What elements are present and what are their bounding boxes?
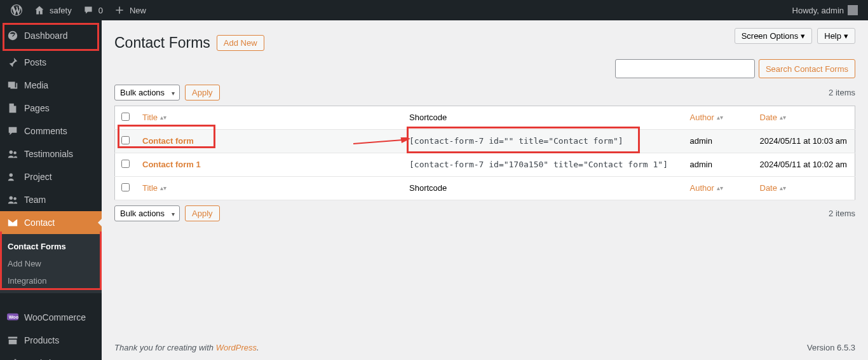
col-author-footer[interactable]: Author▴▾ bbox=[690, 183, 723, 193]
sidebar-item-woocommerce[interactable]: Woo WooCommerce bbox=[0, 306, 102, 329]
screen-options-button[interactable]: Screen Options▾ bbox=[735, 28, 813, 44]
products-icon bbox=[6, 334, 19, 347]
sort-icon: ▴▾ bbox=[160, 116, 166, 120]
sidebar-item-posts[interactable]: Posts bbox=[0, 51, 102, 74]
svg-point-0 bbox=[10, 151, 13, 154]
admin-bar-right: Howdy, admin bbox=[787, 0, 863, 20]
footer-thanks: Thank you for creating with WordPress. bbox=[114, 343, 259, 352]
sidebar-item-label: Testimonials bbox=[24, 149, 73, 159]
sidebar-item-dashboard[interactable]: Dashboard bbox=[0, 20, 102, 51]
sidebar-item-project[interactable]: Project bbox=[0, 165, 102, 188]
admin-sidebar: Dashboard Posts Media Pages Comments Tes… bbox=[0, 20, 102, 360]
comments-count: 0 bbox=[98, 6, 103, 15]
apply-button-bottom[interactable]: Apply bbox=[185, 205, 220, 221]
row-title-link[interactable]: Contact form bbox=[142, 136, 194, 146]
sidebar-item-label: Comments bbox=[24, 126, 67, 136]
screen-meta-links: Screen Options▾ Help▾ bbox=[735, 28, 855, 44]
new-link[interactable]: New bbox=[108, 0, 151, 20]
col-date-footer[interactable]: Date▴▾ bbox=[760, 183, 786, 193]
sidebar-item-analytics[interactable]: Analytics bbox=[0, 352, 102, 360]
items-count-bottom: 2 items bbox=[829, 209, 855, 218]
bulk-actions-select-bottom[interactable]: Bulk actions bbox=[114, 205, 180, 221]
howdy-text: Howdy, admin bbox=[792, 6, 844, 15]
row-author: admin bbox=[684, 153, 754, 177]
caret-down-icon: ▾ bbox=[801, 31, 805, 41]
comments-link[interactable]: 0 bbox=[77, 0, 108, 20]
people-icon bbox=[6, 148, 19, 160]
sort-icon: ▴▾ bbox=[717, 186, 723, 190]
search-button[interactable]: Search Contact Forms bbox=[759, 59, 855, 78]
col-shortcode-header: Shortcode bbox=[403, 106, 684, 130]
submenu-add-new[interactable]: Add New bbox=[0, 255, 102, 272]
sidebar-item-team[interactable]: Team bbox=[0, 188, 102, 211]
submenu-contact-forms[interactable]: Contact Forms bbox=[0, 238, 102, 255]
svg-text:Woo: Woo bbox=[9, 314, 18, 320]
footer-version: Version 6.5.3 bbox=[807, 343, 855, 352]
sidebar-item-label: Products bbox=[24, 335, 59, 345]
search-row: Search Contact Forms bbox=[114, 59, 855, 78]
submenu-integration[interactable]: Integration bbox=[0, 272, 102, 289]
sidebar-item-label: WooCommerce bbox=[24, 312, 86, 322]
plus-icon bbox=[113, 4, 126, 17]
sidebar-item-products[interactable]: Products bbox=[0, 329, 102, 352]
dashboard-icon bbox=[6, 29, 19, 42]
mail-icon bbox=[6, 216, 19, 229]
sort-icon: ▴▾ bbox=[780, 186, 786, 190]
sidebar-item-contact[interactable]: Contact bbox=[0, 211, 102, 234]
wordpress-icon bbox=[10, 4, 23, 17]
search-input[interactable] bbox=[615, 59, 755, 78]
site-name: safety bbox=[50, 6, 72, 15]
sidebar-item-media[interactable]: Media bbox=[0, 74, 102, 97]
col-title-footer[interactable]: Title▴▾ bbox=[142, 183, 166, 193]
table-row: Contact form 1 [contact-form-7 id="170a1… bbox=[115, 153, 855, 177]
analytics-icon bbox=[6, 357, 19, 360]
page-title: Contact Forms bbox=[114, 34, 210, 52]
svg-point-2 bbox=[10, 174, 13, 177]
home-icon bbox=[33, 4, 46, 17]
row-shortcode[interactable]: [contact-form-7 id="170a150" title="Cont… bbox=[409, 160, 668, 169]
col-shortcode-footer: Shortcode bbox=[403, 177, 684, 200]
sort-icon: ▴▾ bbox=[780, 116, 786, 120]
woo-icon: Woo bbox=[6, 311, 19, 324]
sidebar-item-label: Team bbox=[24, 195, 46, 205]
svg-point-4 bbox=[13, 197, 17, 200]
svg-point-1 bbox=[13, 151, 17, 155]
sidebar-item-label: Posts bbox=[24, 57, 46, 67]
comment-icon bbox=[82, 4, 95, 17]
select-all-top[interactable] bbox=[121, 113, 130, 121]
project-icon bbox=[6, 170, 19, 183]
sidebar-item-label: Media bbox=[24, 80, 48, 90]
site-link[interactable]: safety bbox=[28, 0, 77, 20]
pin-icon bbox=[6, 56, 19, 69]
col-author-header[interactable]: Author▴▾ bbox=[690, 113, 723, 122]
table-row: Contact form [contact-form-7 id="" title… bbox=[115, 130, 855, 153]
bulk-actions-select[interactable]: Bulk actions bbox=[114, 85, 180, 100]
new-label: New bbox=[130, 6, 146, 15]
add-new-button[interactable]: Add New bbox=[217, 35, 264, 51]
col-title-header[interactable]: Title▴▾ bbox=[142, 113, 166, 122]
row-title-link[interactable]: Contact form 1 bbox=[142, 160, 201, 169]
row-shortcode[interactable]: [contact-form-7 id="" title="Contact for… bbox=[409, 136, 623, 146]
apply-button-top[interactable]: Apply bbox=[185, 85, 220, 100]
col-date-header[interactable]: Date▴▾ bbox=[760, 113, 786, 122]
media-icon bbox=[6, 79, 19, 92]
main-content: Screen Options▾ Help▾ Contact Forms Add … bbox=[102, 20, 868, 239]
sort-icon: ▴▾ bbox=[160, 186, 166, 190]
row-checkbox[interactable] bbox=[121, 136, 130, 144]
page-icon bbox=[6, 102, 19, 114]
sidebar-item-testimonials[interactable]: Testimonials bbox=[0, 142, 102, 165]
row-checkbox[interactable] bbox=[121, 160, 130, 168]
sidebar-item-pages[interactable]: Pages bbox=[0, 97, 102, 120]
sidebar-item-comments[interactable]: Comments bbox=[0, 120, 102, 142]
separator bbox=[0, 293, 102, 306]
wordpress-link[interactable]: WordPress bbox=[216, 343, 257, 352]
help-button[interactable]: Help▾ bbox=[817, 28, 855, 44]
howdy-link[interactable]: Howdy, admin bbox=[787, 0, 863, 20]
caret-down-icon: ▾ bbox=[844, 31, 848, 41]
sort-icon: ▴▾ bbox=[717, 116, 723, 120]
select-all-bottom[interactable] bbox=[121, 183, 130, 191]
bulk-actions-group-bottom: Bulk actions Apply bbox=[114, 205, 220, 221]
admin-bar: safety 0 New Howdy, admin bbox=[0, 0, 868, 20]
wp-logo[interactable] bbox=[5, 0, 28, 20]
row-date: 2024/05/11 at 10:03 am bbox=[754, 130, 855, 153]
